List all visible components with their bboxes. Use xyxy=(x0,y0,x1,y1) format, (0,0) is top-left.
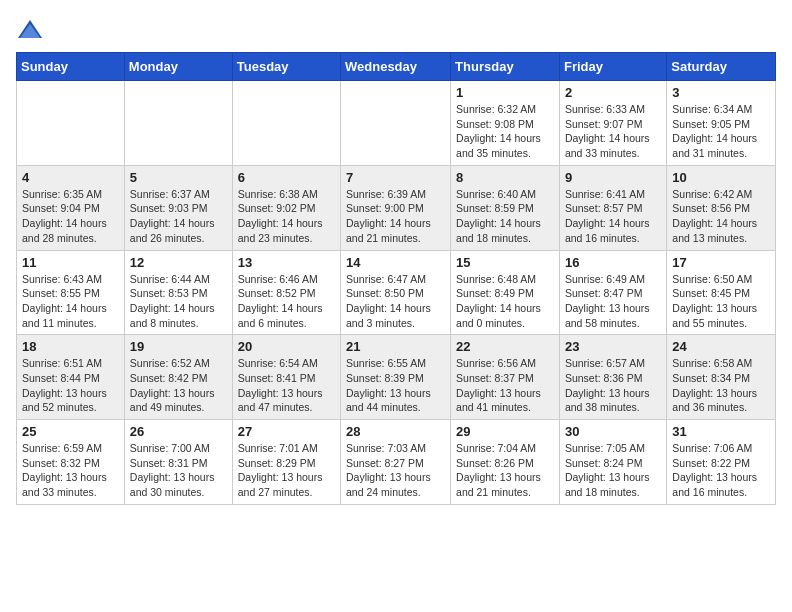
day-number: 23 xyxy=(565,339,661,354)
calendar-table: SundayMondayTuesdayWednesdayThursdayFrid… xyxy=(16,52,776,505)
day-number: 10 xyxy=(672,170,770,185)
calendar-day-cell: 13Sunrise: 6:46 AM Sunset: 8:52 PM Dayli… xyxy=(232,250,340,335)
calendar-day-cell: 20Sunrise: 6:54 AM Sunset: 8:41 PM Dayli… xyxy=(232,335,340,420)
day-info: Sunrise: 6:32 AM Sunset: 9:08 PM Dayligh… xyxy=(456,102,554,161)
day-number: 24 xyxy=(672,339,770,354)
calendar-day-cell xyxy=(232,81,340,166)
day-number: 16 xyxy=(565,255,661,270)
calendar-day-cell: 26Sunrise: 7:00 AM Sunset: 8:31 PM Dayli… xyxy=(124,420,232,505)
day-of-week-header: Wednesday xyxy=(341,53,451,81)
calendar-week-row: 1Sunrise: 6:32 AM Sunset: 9:08 PM Daylig… xyxy=(17,81,776,166)
calendar-day-cell: 28Sunrise: 7:03 AM Sunset: 8:27 PM Dayli… xyxy=(341,420,451,505)
day-info: Sunrise: 7:03 AM Sunset: 8:27 PM Dayligh… xyxy=(346,441,445,500)
calendar-day-cell: 14Sunrise: 6:47 AM Sunset: 8:50 PM Dayli… xyxy=(341,250,451,335)
day-of-week-header: Saturday xyxy=(667,53,776,81)
day-info: Sunrise: 6:57 AM Sunset: 8:36 PM Dayligh… xyxy=(565,356,661,415)
calendar-day-cell: 9Sunrise: 6:41 AM Sunset: 8:57 PM Daylig… xyxy=(559,165,666,250)
day-number: 5 xyxy=(130,170,227,185)
day-number: 21 xyxy=(346,339,445,354)
calendar-day-cell: 19Sunrise: 6:52 AM Sunset: 8:42 PM Dayli… xyxy=(124,335,232,420)
day-info: Sunrise: 6:33 AM Sunset: 9:07 PM Dayligh… xyxy=(565,102,661,161)
day-info: Sunrise: 6:54 AM Sunset: 8:41 PM Dayligh… xyxy=(238,356,335,415)
calendar-day-cell: 2Sunrise: 6:33 AM Sunset: 9:07 PM Daylig… xyxy=(559,81,666,166)
logo xyxy=(16,16,48,44)
day-info: Sunrise: 6:44 AM Sunset: 8:53 PM Dayligh… xyxy=(130,272,227,331)
day-of-week-header: Sunday xyxy=(17,53,125,81)
day-number: 2 xyxy=(565,85,661,100)
day-info: Sunrise: 6:34 AM Sunset: 9:05 PM Dayligh… xyxy=(672,102,770,161)
day-number: 12 xyxy=(130,255,227,270)
day-info: Sunrise: 6:55 AM Sunset: 8:39 PM Dayligh… xyxy=(346,356,445,415)
day-info: Sunrise: 6:40 AM Sunset: 8:59 PM Dayligh… xyxy=(456,187,554,246)
calendar-week-row: 11Sunrise: 6:43 AM Sunset: 8:55 PM Dayli… xyxy=(17,250,776,335)
day-of-week-header: Tuesday xyxy=(232,53,340,81)
calendar-day-cell: 10Sunrise: 6:42 AM Sunset: 8:56 PM Dayli… xyxy=(667,165,776,250)
calendar-day-cell: 11Sunrise: 6:43 AM Sunset: 8:55 PM Dayli… xyxy=(17,250,125,335)
calendar-day-cell: 12Sunrise: 6:44 AM Sunset: 8:53 PM Dayli… xyxy=(124,250,232,335)
day-number: 15 xyxy=(456,255,554,270)
day-info: Sunrise: 6:50 AM Sunset: 8:45 PM Dayligh… xyxy=(672,272,770,331)
day-info: Sunrise: 6:56 AM Sunset: 8:37 PM Dayligh… xyxy=(456,356,554,415)
day-info: Sunrise: 6:39 AM Sunset: 9:00 PM Dayligh… xyxy=(346,187,445,246)
day-info: Sunrise: 6:49 AM Sunset: 8:47 PM Dayligh… xyxy=(565,272,661,331)
day-number: 7 xyxy=(346,170,445,185)
day-number: 18 xyxy=(22,339,119,354)
day-number: 1 xyxy=(456,85,554,100)
day-number: 19 xyxy=(130,339,227,354)
calendar-day-cell: 3Sunrise: 6:34 AM Sunset: 9:05 PM Daylig… xyxy=(667,81,776,166)
calendar-day-cell xyxy=(341,81,451,166)
calendar-day-cell: 31Sunrise: 7:06 AM Sunset: 8:22 PM Dayli… xyxy=(667,420,776,505)
calendar-header-row: SundayMondayTuesdayWednesdayThursdayFrid… xyxy=(17,53,776,81)
day-number: 25 xyxy=(22,424,119,439)
day-number: 27 xyxy=(238,424,335,439)
day-number: 4 xyxy=(22,170,119,185)
calendar-day-cell: 27Sunrise: 7:01 AM Sunset: 8:29 PM Dayli… xyxy=(232,420,340,505)
logo-icon xyxy=(16,16,44,44)
calendar-day-cell: 24Sunrise: 6:58 AM Sunset: 8:34 PM Dayli… xyxy=(667,335,776,420)
day-number: 11 xyxy=(22,255,119,270)
calendar-week-row: 25Sunrise: 6:59 AM Sunset: 8:32 PM Dayli… xyxy=(17,420,776,505)
day-number: 13 xyxy=(238,255,335,270)
calendar-day-cell: 21Sunrise: 6:55 AM Sunset: 8:39 PM Dayli… xyxy=(341,335,451,420)
day-info: Sunrise: 6:51 AM Sunset: 8:44 PM Dayligh… xyxy=(22,356,119,415)
day-number: 29 xyxy=(456,424,554,439)
day-number: 17 xyxy=(672,255,770,270)
day-info: Sunrise: 6:59 AM Sunset: 8:32 PM Dayligh… xyxy=(22,441,119,500)
day-info: Sunrise: 6:47 AM Sunset: 8:50 PM Dayligh… xyxy=(346,272,445,331)
calendar-day-cell: 1Sunrise: 6:32 AM Sunset: 9:08 PM Daylig… xyxy=(451,81,560,166)
day-of-week-header: Friday xyxy=(559,53,666,81)
calendar-day-cell: 7Sunrise: 6:39 AM Sunset: 9:00 PM Daylig… xyxy=(341,165,451,250)
day-number: 26 xyxy=(130,424,227,439)
calendar-day-cell: 30Sunrise: 7:05 AM Sunset: 8:24 PM Dayli… xyxy=(559,420,666,505)
page-header xyxy=(16,10,776,44)
day-info: Sunrise: 6:42 AM Sunset: 8:56 PM Dayligh… xyxy=(672,187,770,246)
day-info: Sunrise: 7:04 AM Sunset: 8:26 PM Dayligh… xyxy=(456,441,554,500)
calendar-day-cell xyxy=(124,81,232,166)
day-info: Sunrise: 6:48 AM Sunset: 8:49 PM Dayligh… xyxy=(456,272,554,331)
calendar-day-cell: 23Sunrise: 6:57 AM Sunset: 8:36 PM Dayli… xyxy=(559,335,666,420)
day-number: 8 xyxy=(456,170,554,185)
day-number: 28 xyxy=(346,424,445,439)
day-number: 6 xyxy=(238,170,335,185)
day-info: Sunrise: 6:37 AM Sunset: 9:03 PM Dayligh… xyxy=(130,187,227,246)
day-info: Sunrise: 7:00 AM Sunset: 8:31 PM Dayligh… xyxy=(130,441,227,500)
day-info: Sunrise: 6:35 AM Sunset: 9:04 PM Dayligh… xyxy=(22,187,119,246)
day-info: Sunrise: 6:38 AM Sunset: 9:02 PM Dayligh… xyxy=(238,187,335,246)
day-of-week-header: Thursday xyxy=(451,53,560,81)
calendar-day-cell: 16Sunrise: 6:49 AM Sunset: 8:47 PM Dayli… xyxy=(559,250,666,335)
day-number: 31 xyxy=(672,424,770,439)
day-number: 22 xyxy=(456,339,554,354)
calendar-day-cell xyxy=(17,81,125,166)
day-info: Sunrise: 7:05 AM Sunset: 8:24 PM Dayligh… xyxy=(565,441,661,500)
day-number: 30 xyxy=(565,424,661,439)
day-info: Sunrise: 7:01 AM Sunset: 8:29 PM Dayligh… xyxy=(238,441,335,500)
day-info: Sunrise: 6:46 AM Sunset: 8:52 PM Dayligh… xyxy=(238,272,335,331)
day-info: Sunrise: 6:52 AM Sunset: 8:42 PM Dayligh… xyxy=(130,356,227,415)
calendar-day-cell: 15Sunrise: 6:48 AM Sunset: 8:49 PM Dayli… xyxy=(451,250,560,335)
calendar-week-row: 18Sunrise: 6:51 AM Sunset: 8:44 PM Dayli… xyxy=(17,335,776,420)
day-of-week-header: Monday xyxy=(124,53,232,81)
calendar-day-cell: 8Sunrise: 6:40 AM Sunset: 8:59 PM Daylig… xyxy=(451,165,560,250)
calendar-day-cell: 6Sunrise: 6:38 AM Sunset: 9:02 PM Daylig… xyxy=(232,165,340,250)
day-info: Sunrise: 6:58 AM Sunset: 8:34 PM Dayligh… xyxy=(672,356,770,415)
calendar-day-cell: 29Sunrise: 7:04 AM Sunset: 8:26 PM Dayli… xyxy=(451,420,560,505)
